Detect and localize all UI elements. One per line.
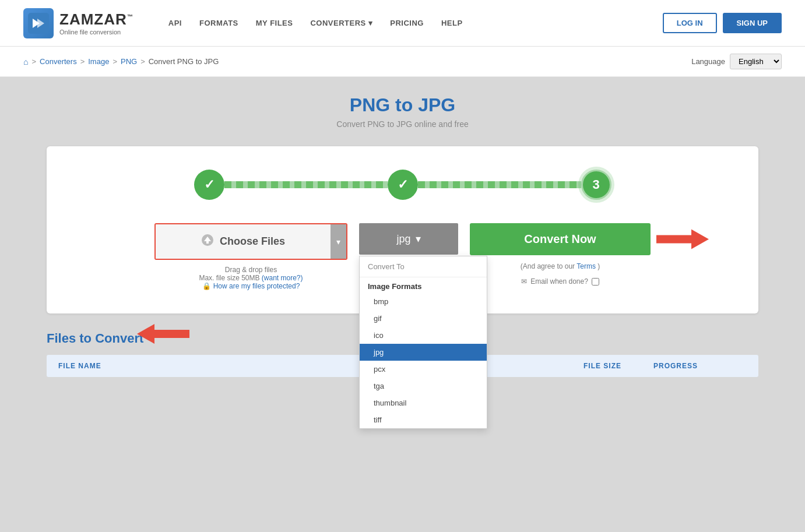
nav-buttons: LOG IN SIGN UP: [663, 13, 782, 33]
nav-pricing[interactable]: PRICING: [390, 19, 424, 27]
main-content: PNG to JPG Convert PNG to JPG online and…: [0, 77, 805, 394]
terms-link[interactable]: Terms: [576, 262, 596, 270]
choose-files-label: Choose Files: [220, 235, 285, 248]
logo-subtitle: Online file conversion: [59, 29, 133, 36]
header: ZAMZAR™ Online file conversion API FORMA…: [0, 0, 805, 47]
upload-icon: [201, 234, 214, 249]
step-line-2: [418, 181, 581, 188]
logo-icon: [23, 8, 54, 38]
dropdown-header: Convert To: [360, 256, 487, 277]
dropdown-item-pcx[interactable]: pcx: [360, 361, 487, 378]
main-nav: API FORMATS MY FILES CONVERTERS ▾ PRICIN…: [168, 19, 663, 27]
nav-my-files[interactable]: MY FILES: [256, 19, 293, 27]
breadcrumb-converters[interactable]: Converters: [40, 57, 77, 66]
step-3-circle: 3: [581, 170, 611, 200]
col-filename: FILE NAME: [58, 362, 583, 370]
dropdown-item-tiff[interactable]: tiff: [360, 411, 487, 428]
breadcrumb-bar: ⌂ > Converters > Image > PNG > Convert P…: [0, 47, 805, 77]
breadcrumb-sep-1: >: [31, 57, 36, 66]
svg-marker-7: [137, 324, 189, 344]
logo-text: ZAMZAR™ Online file conversion: [59, 10, 133, 36]
dropdown-section-title: Image Formats: [360, 277, 487, 293]
svg-marker-6: [656, 229, 709, 249]
dropdown-item-bmp[interactable]: bmp: [360, 293, 487, 310]
email-when-done-label: Email when done?: [530, 277, 588, 286]
protect-files-link[interactable]: 🔒 How are my files protected?: [199, 282, 303, 290]
logo-name: ZAMZAR™: [59, 10, 133, 29]
breadcrumb-current: Convert PNG to JPG: [149, 57, 219, 66]
step-1-circle: ✓: [194, 170, 224, 200]
convert-wrapper: Convert Now (And agree to our Terms ) ✉ …: [470, 223, 651, 286]
breadcrumb-image[interactable]: Image: [88, 57, 109, 66]
drag-drop-label: Drag & drop files: [199, 266, 303, 274]
format-current-value: jpg: [396, 233, 410, 245]
dropdown-item-thumbnail[interactable]: thumbnail: [360, 394, 487, 411]
breadcrumb-sep-4: >: [140, 57, 145, 66]
language-selector[interactable]: English French German Spanish: [730, 54, 782, 69]
login-button[interactable]: LOG IN: [663, 13, 717, 33]
right-arrow: [656, 223, 709, 255]
page-subtitle: Convert PNG to JPG online and free: [47, 119, 758, 129]
lock-icon: 🔒: [202, 282, 211, 290]
language-label: Language: [691, 57, 725, 66]
dropdown-item-gif[interactable]: gif: [360, 310, 487, 327]
breadcrumb: ⌂ > Converters > Image > PNG > Convert P…: [23, 57, 219, 66]
email-when-done-checkbox[interactable]: [592, 278, 599, 286]
nav-converters[interactable]: CONVERTERS ▾: [310, 19, 372, 27]
breadcrumb-sep-2: >: [80, 57, 85, 66]
nav-help[interactable]: HELP: [441, 19, 463, 27]
logo[interactable]: ZAMZAR™ Online file conversion: [23, 8, 133, 38]
file-info: Drag & drop files Max. file size 50MB (w…: [199, 266, 303, 290]
format-dropdown-arrow: ▾: [416, 232, 421, 245]
signup-button[interactable]: SIGN UP: [723, 13, 782, 33]
choose-files-group: Choose Files ▾: [154, 223, 347, 260]
dropdown-item-jpg[interactable]: jpg: [360, 344, 487, 361]
choose-files-dropdown-arrow[interactable]: ▾: [331, 224, 346, 259]
max-size-info: Max. file size 50MB (want more?): [199, 274, 303, 282]
dropdown-item-tga[interactable]: tga: [360, 378, 487, 394]
dropdown-item-ico[interactable]: ico: [360, 327, 487, 344]
nav-formats[interactable]: FORMATS: [199, 19, 238, 27]
files-title-convert: Convert: [95, 331, 143, 346]
format-button[interactable]: jpg ▾: [359, 223, 458, 255]
converter-card: ✓ ✓ 3: [47, 146, 758, 313]
page-title: PNG to JPG: [47, 94, 758, 116]
breadcrumb-sep-3: >: [113, 57, 117, 66]
language-area: Language English French German Spanish: [691, 54, 782, 69]
format-dropdown: Convert To Image Formats bmp gif ico jpg…: [359, 256, 487, 429]
convert-now-button[interactable]: Convert Now: [470, 223, 651, 255]
svg-rect-5: [206, 241, 209, 244]
steps-row: ✓ ✓ 3: [76, 170, 729, 200]
controls-row: Choose Files ▾ Drag & drop files Max. fi…: [76, 223, 729, 290]
email-row: ✉ Email when done?: [521, 277, 599, 286]
choose-files-wrapper: Choose Files ▾ Drag & drop files Max. fi…: [154, 223, 347, 290]
step-line-1: [224, 181, 388, 188]
nav-api[interactable]: API: [168, 19, 182, 27]
home-icon[interactable]: ⌂: [23, 57, 28, 66]
terms-text: (And agree to our Terms ): [521, 262, 600, 270]
breadcrumb-png[interactable]: PNG: [121, 57, 137, 66]
choose-files-button[interactable]: Choose Files: [156, 224, 331, 259]
step-2-circle: ✓: [388, 170, 418, 200]
email-icon: ✉: [521, 277, 527, 286]
convert-btn-area: Convert Now: [470, 223, 651, 255]
col-progress: PROGRESS: [653, 362, 747, 370]
format-selector: jpg ▾ Convert To Image Formats bmp gif i…: [359, 223, 458, 255]
col-filesize: FILE SIZE: [583, 362, 653, 370]
left-arrow: [137, 318, 189, 350]
want-more-link[interactable]: (want more?): [262, 274, 303, 282]
